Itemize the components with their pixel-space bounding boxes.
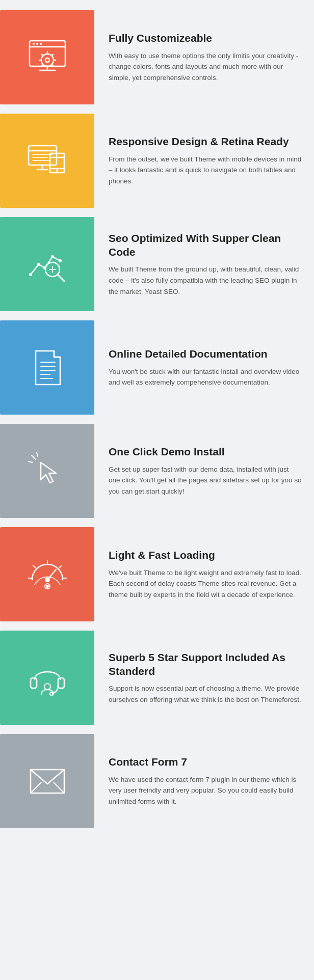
feature-item-seo: Seo Optimized With Supper Clean Code We … [0, 217, 314, 311]
svg-point-58 [50, 692, 53, 695]
contact-icon [24, 758, 70, 804]
svg-point-24 [56, 170, 58, 172]
feature-item-fast: Light & Fast Loading We've built Theme t… [0, 527, 314, 621]
icon-box-fast [0, 527, 94, 621]
feature-content-customizeable: Fully Customizeable With easy to use the… [94, 10, 314, 104]
svg-point-55 [46, 585, 48, 587]
svg-point-59 [44, 684, 50, 690]
svg-line-48 [33, 565, 36, 568]
svg-rect-57 [58, 678, 64, 688]
seo-icon [24, 241, 70, 287]
feature-desc-seo: We built Theme from the ground up, with … [109, 264, 302, 297]
feature-content-contact: Contact Form 7 We have used the contact … [94, 734, 314, 828]
svg-point-14 [33, 43, 35, 45]
fast-icon [24, 552, 70, 597]
svg-point-28 [29, 273, 32, 276]
feature-content-responsive: Responsive Design & Retina Ready From th… [94, 114, 314, 208]
feature-item-customizeable: Fully Customizeable With easy to use the… [0, 10, 314, 104]
responsive-icon [24, 138, 70, 184]
svg-point-32 [59, 259, 62, 262]
feature-desc-support: Support is now essential part of choosin… [109, 683, 302, 705]
feature-title-responsive: Responsive Design & Retina Ready [109, 134, 302, 148]
feature-title-customizeable: Fully Customizeable [109, 31, 302, 45]
svg-line-44 [29, 461, 33, 462]
feature-desc-fast: We've built Theme to be light weight and… [109, 567, 302, 601]
feature-list: Fully Customizeable With easy to use the… [0, 0, 314, 848]
feature-desc-contact: We have used the contact form 7 plugin i… [109, 774, 302, 807]
feature-item-support: Superb 5 Star Support Included As Stande… [0, 631, 314, 725]
feature-content-support: Superb 5 Star Support Included As Stande… [94, 631, 314, 725]
feature-item-demo: One Click Demo Install Get set up super … [0, 424, 314, 518]
feature-content-demo: One Click Demo Install Get set up super … [94, 424, 314, 518]
feature-desc-demo: Get set up super fast with our demo data… [109, 464, 302, 497]
svg-marker-42 [41, 462, 56, 483]
svg-line-49 [59, 565, 62, 568]
icon-box-support [0, 631, 94, 725]
icon-box-documentation [0, 320, 94, 415]
icon-box-demo [0, 424, 94, 518]
svg-line-61 [31, 782, 41, 793]
svg-line-34 [58, 275, 64, 281]
demo-icon [24, 448, 70, 494]
feature-item-responsive: Responsive Design & Retina Ready From th… [0, 114, 314, 208]
feature-item-documentation: Online Detailed Documentation You won't … [0, 320, 314, 415]
feature-title-demo: One Click Demo Install [109, 445, 302, 458]
feature-item-contact: Contact Form 7 We have used the contact … [0, 734, 314, 828]
feature-title-documentation: Online Detailed Documentation [109, 347, 302, 361]
feature-content-fast: Light & Fast Loading We've built Theme t… [94, 527, 314, 621]
icon-box-contact [0, 734, 94, 828]
feature-title-fast: Light & Fast Loading [109, 548, 302, 562]
feature-desc-customizeable: With easy to use theme options the only … [109, 50, 302, 84]
svg-line-46 [32, 456, 36, 459]
icon-box-seo [0, 217, 94, 311]
icon-box-customizeable [0, 10, 94, 104]
documentation-icon [24, 345, 70, 391]
feature-title-contact: Contact Form 7 [109, 755, 302, 769]
svg-point-16 [40, 43, 42, 45]
svg-line-62 [54, 782, 64, 793]
feature-title-support: Superb 5 Star Support Included As Stande… [109, 650, 302, 678]
feature-content-documentation: Online Detailed Documentation You won't … [94, 320, 314, 415]
svg-point-3 [45, 58, 49, 62]
svg-line-45 [37, 452, 38, 456]
svg-point-31 [51, 255, 54, 258]
icon-box-responsive [0, 114, 94, 208]
support-icon [24, 655, 70, 701]
svg-rect-17 [29, 146, 57, 165]
svg-rect-56 [31, 678, 37, 688]
customizeable-icon [24, 35, 70, 80]
feature-desc-responsive: From the outset, we've built Theme with … [109, 154, 302, 187]
feature-content-seo: Seo Optimized With Supper Clean Code We … [94, 217, 314, 311]
feature-title-seo: Seo Optimized With Supper Clean Code [109, 231, 302, 259]
svg-point-53 [45, 578, 49, 582]
svg-line-8 [41, 54, 43, 56]
svg-point-15 [36, 43, 38, 45]
svg-line-10 [51, 54, 53, 56]
svg-point-29 [37, 263, 40, 266]
feature-desc-documentation: You won't be stuck with our fantastic in… [109, 366, 302, 388]
